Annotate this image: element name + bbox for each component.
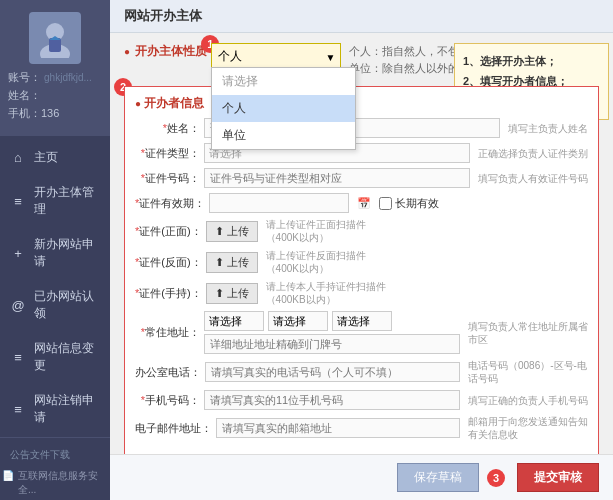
svg-rect-2 bbox=[49, 38, 61, 52]
cert-type-label: *证件类型： bbox=[135, 146, 200, 161]
sidebar-item-site-verify[interactable]: @ 已办网站认领 bbox=[0, 279, 110, 331]
cert-front-row: *证件(正面)： ⬆ 上传 请上传证件正面扫描件（400K以内） bbox=[135, 218, 588, 244]
sidebar-item-label: 网站信息变更 bbox=[34, 340, 100, 374]
bottom-bar: 保存草稿 3 提交审核 bbox=[110, 454, 613, 500]
province-select[interactable]: 请选择 bbox=[204, 311, 264, 331]
save-draft-button[interactable]: 保存草稿 bbox=[397, 463, 479, 492]
cert-hand-upload-button[interactable]: ⬆ 上传 bbox=[206, 283, 258, 304]
sidebar-item-subject-mgmt[interactable]: ≡ 开办主体管理 bbox=[0, 175, 110, 227]
change-icon: ≡ bbox=[10, 349, 26, 365]
cert-back-label: *证件(反面)： bbox=[135, 255, 202, 270]
cert-front-upload-button[interactable]: ⬆ 上传 bbox=[206, 221, 258, 242]
dropdown-option-individual[interactable]: 个人 bbox=[212, 95, 355, 122]
cert-hand-label: *证件(手持)： bbox=[135, 286, 202, 301]
mobile-row: *手机号码： 填写正确的负责人手机号码 bbox=[135, 390, 588, 410]
upload3-icon: ⬆ bbox=[215, 287, 224, 300]
tip-step1: 1、选择开办主体； bbox=[463, 52, 600, 72]
office-phone-label: 办公室电话： bbox=[135, 365, 201, 380]
sidebar-item-label: 已办网站认领 bbox=[34, 288, 100, 322]
profile-section: 账号： ghkjdfkjd... 姓名： 手机：136 bbox=[0, 0, 110, 136]
avatar bbox=[29, 12, 81, 64]
mobile-input[interactable] bbox=[204, 390, 460, 410]
email-row: 电子邮件地址： 邮箱用于向您发送通知告知有关信息收 bbox=[135, 415, 588, 441]
sidebar-item-label: 新办网站申请 bbox=[34, 236, 100, 270]
email-hint: 邮箱用于向您发送通知告知有关信息收 bbox=[468, 415, 588, 441]
subject-type-row: 开办主体性质 1 个人 ▼ 请选择 个人 单位 bbox=[124, 43, 599, 76]
mobile-hint: 填写正确的负责人手机号码 bbox=[468, 394, 588, 407]
mobile-label: *手机号码： bbox=[135, 393, 200, 408]
dropdown-option-unit[interactable]: 单位 bbox=[212, 122, 355, 149]
cert-type-hint: 正确选择负责人证件类别 bbox=[478, 147, 588, 160]
cert-validity-label: *证件有效期： bbox=[135, 196, 205, 211]
dropdown-option-placeholder[interactable]: 请选择 bbox=[212, 68, 355, 95]
subject-type-select-wrapper: 1 个人 ▼ 请选择 个人 单位 bbox=[211, 43, 341, 70]
sidebar-item-site-cancel[interactable]: ≡ 网站注销申请 bbox=[0, 383, 110, 435]
home-icon: ⌂ bbox=[10, 150, 26, 166]
sidebar-item-new-site[interactable]: + 新办网站申请 bbox=[0, 227, 110, 279]
address-detail-input[interactable] bbox=[204, 334, 460, 354]
cert-hand-hint: 请上传本人手持证件扫描件（400KB以内） bbox=[266, 280, 386, 306]
address-selects: 请选择 请选择 请选择 bbox=[204, 311, 460, 354]
cert-type-row: *证件类型： 请选择 正确选择负责人证件类别 bbox=[135, 143, 588, 163]
section-label: 公告文件下载 bbox=[0, 440, 110, 464]
name-hint: 填写主负责人姓名 bbox=[508, 122, 588, 135]
calendar-icon: 📅 bbox=[357, 197, 371, 210]
main-content: 网站开办主体 开办主体性质 1 个人 ▼ 请选择 个人 bbox=[110, 0, 613, 500]
account-line: 账号： ghkjdfkjd... bbox=[8, 70, 102, 85]
sidebar-item-home[interactable]: ⌂ 主页 bbox=[0, 140, 110, 175]
sidebar-item-site-change[interactable]: ≡ 网站信息变更 bbox=[0, 331, 110, 383]
opener-info-title: 开办者信息 bbox=[135, 95, 588, 112]
subject-type-label: 开办主体性质 bbox=[124, 43, 211, 60]
cert-no-label: *证件号码： bbox=[135, 171, 200, 186]
cancel-icon: ≡ bbox=[10, 401, 26, 417]
name-row: *姓名： 填写主负责人姓名 bbox=[135, 118, 588, 138]
divider bbox=[0, 437, 110, 438]
plus-icon: + bbox=[10, 245, 26, 261]
sidebar-item-label: 开办主体管理 bbox=[34, 184, 100, 218]
office-phone-row: 办公室电话： 电话号码（0086）-区号-电话号码 bbox=[135, 359, 588, 385]
upload-icon: ⬆ bbox=[215, 225, 224, 238]
footer-item-internet[interactable]: 📄 互联网信息服务安全... bbox=[0, 464, 110, 500]
district-select[interactable]: 请选择 bbox=[332, 311, 392, 331]
email-label: 电子邮件地址： bbox=[135, 421, 212, 436]
cert-front-label: *证件(正面)： bbox=[135, 224, 202, 239]
office-phone-hint: 电话号码（0086）-区号-电话号码 bbox=[468, 359, 588, 385]
address-label: *常住地址： bbox=[135, 325, 200, 340]
cert-no-input[interactable] bbox=[204, 168, 470, 188]
cert-back-hint: 请上传证件反面扫描件（400K以内） bbox=[266, 249, 386, 275]
cert-front-hint: 请上传证件正面扫描件（400K以内） bbox=[266, 218, 386, 244]
cert-hand-row: *证件(手持)： ⬆ 上传 请上传本人手持证件扫描件（400KB以内） bbox=[135, 280, 588, 306]
subject-type-select[interactable]: 个人 ▼ bbox=[211, 43, 341, 70]
phone-line: 手机：136 bbox=[8, 106, 102, 121]
profile-info: 账号： ghkjdfkjd... 姓名： 手机：136 bbox=[8, 70, 102, 124]
cert-back-upload-button[interactable]: ⬆ 上传 bbox=[206, 252, 258, 273]
cert-no-row: *证件号码： 填写负责人有效证件号码 bbox=[135, 168, 588, 188]
cert-validity-row: *证件有效期： 📅 长期有效 bbox=[135, 193, 588, 213]
email-input[interactable] bbox=[216, 418, 460, 438]
document-icon: 📄 bbox=[2, 469, 14, 483]
at-icon: @ bbox=[10, 297, 26, 313]
name-line: 姓名： bbox=[8, 88, 102, 103]
submit-button[interactable]: 提交审核 bbox=[517, 463, 599, 492]
subject-type-dropdown-container: 个人 ▼ 请选择 个人 单位 bbox=[211, 43, 341, 70]
opener-info-section: 开办者信息 *姓名： 填写主负责人姓名 *证件类型： 请选择 正确选择负责人证件 bbox=[124, 86, 599, 454]
cert-no-hint: 填写负责人有效证件号码 bbox=[478, 172, 588, 185]
list-icon: ≡ bbox=[10, 193, 26, 209]
sidebar-nav: ⌂ 主页 ≡ 开办主体管理 + 新办网站申请 @ 已办网站认领 ≡ 网站信息变更… bbox=[0, 136, 110, 500]
long-term-checkbox-label: 长期有效 bbox=[379, 196, 439, 211]
account-value: ghkjdfkjd... bbox=[44, 72, 92, 83]
subject-type-dropdown: 请选择 个人 单位 bbox=[211, 67, 356, 150]
office-phone-input[interactable] bbox=[205, 362, 460, 382]
city-select[interactable]: 请选择 bbox=[268, 311, 328, 331]
step-badge-3: 3 bbox=[487, 469, 505, 487]
upload2-icon: ⬆ bbox=[215, 256, 224, 269]
cert-back-row: *证件(反面)： ⬆ 上传 请上传证件反面扫描件（400K以内） bbox=[135, 249, 588, 275]
address-hint: 填写负责人常住地址所属省市区 bbox=[468, 320, 588, 346]
sidebar-item-label: 主页 bbox=[34, 149, 58, 166]
cert-validity-input[interactable] bbox=[209, 193, 349, 213]
opener-info-wrapper: 2 开办者信息 *姓名： 填写主负责人姓名 *证件类型： 请选择 bbox=[124, 86, 599, 454]
long-term-checkbox[interactable] bbox=[379, 197, 392, 210]
dropdown-arrow-icon: ▼ bbox=[325, 51, 335, 62]
content-area: 开办主体性质 1 个人 ▼ 请选择 个人 单位 bbox=[110, 33, 613, 454]
sidebar-item-label: 网站注销申请 bbox=[34, 392, 100, 426]
